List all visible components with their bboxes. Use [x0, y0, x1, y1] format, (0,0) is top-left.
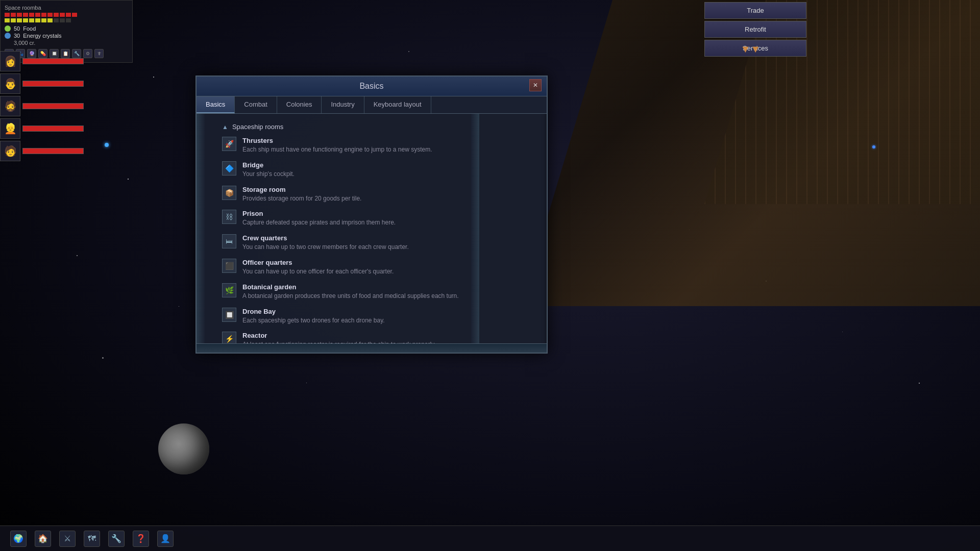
tab-basics[interactable]: Basics: [197, 96, 235, 113]
health-seg: [5, 13, 10, 17]
shield-seg: [35, 18, 40, 22]
portrait-5[interactable]: 🧑: [0, 141, 20, 161]
bottom-icon-combat[interactable]: ⚔: [59, 531, 76, 547]
list-item: ⛓ Prison Capture defeated space pirates …: [222, 210, 459, 227]
health-seg: [47, 13, 53, 17]
health-seg: [66, 13, 71, 17]
garden-text: Botanical garden A botanical garden prod…: [242, 283, 459, 300]
section-label: Spaceship rooms: [232, 123, 283, 131]
garden-name: Botanical garden: [242, 283, 459, 291]
tab-colonies[interactable]: Colonies: [277, 96, 322, 113]
shield-seg-empty: [54, 18, 59, 22]
left-frame: [197, 114, 205, 343]
health-bar-2: [22, 81, 84, 87]
thrusters-text: Thrusters Each ship must have one functi…: [242, 137, 459, 154]
tab-keyboard[interactable]: Keyboard layout: [364, 96, 431, 113]
shield-seg-empty: [60, 18, 65, 22]
reactor-icon: ⚡: [222, 332, 236, 343]
shield-seg: [5, 18, 10, 22]
planet-display: [158, 423, 209, 474]
portrait-3[interactable]: 🧔: [0, 96, 20, 116]
hud-icon-9[interactable]: 🗡: [94, 49, 104, 58]
bottom-icon-tools[interactable]: 🔧: [108, 531, 125, 547]
health-bar-4: [22, 126, 84, 132]
bottom-icon-crew[interactable]: 👤: [157, 531, 174, 547]
bottom-hud: 🌍 🏠 ⚔ 🗺 🔧 ❓ 👤: [0, 525, 980, 551]
list-item: 🔲 Drone Bay Each spaceship gets two dron…: [222, 308, 459, 325]
storage-text: Storage room Provides storage room for 2…: [242, 186, 459, 203]
rank-icon: ▼▼: [740, 43, 761, 55]
section-header: ▲ Spaceship rooms: [222, 123, 459, 131]
reactor-text: Reactor At least one functioning reactor…: [242, 332, 459, 343]
list-item: 📦 Storage room Provides storage room for…: [222, 186, 459, 203]
shield-seg: [11, 18, 16, 22]
reactor-desc: At least one functioning reactor is requ…: [242, 340, 459, 343]
prison-name: Prison: [242, 210, 459, 217]
crew-icon: 🛏: [222, 234, 236, 248]
thrusters-icon: 🚀: [222, 137, 236, 151]
officer-text: Officer quarters You can have up to one …: [242, 259, 459, 276]
drone-bay-icon: 🔲: [222, 308, 236, 322]
portrait-2[interactable]: 👨: [0, 73, 20, 94]
health-seg: [54, 13, 59, 17]
portrait-row-5: 🧑: [0, 141, 84, 161]
list-item: ⬛ Officer quarters You can have up to on…: [222, 259, 459, 276]
close-button[interactable]: ✕: [529, 79, 542, 91]
crew-desc: You can have up to two crew members for …: [242, 243, 459, 252]
bottom-icon-planet[interactable]: 🌍: [10, 531, 27, 547]
shield-seg: [29, 18, 34, 22]
thrusters-name: Thrusters: [242, 137, 459, 144]
tab-bar: Basics Combat Colonies Industry Keyboard…: [197, 96, 547, 114]
food-label: Food: [23, 26, 36, 32]
yellow-health-row: [5, 18, 128, 22]
energy-label: Energy crystals: [23, 33, 61, 39]
dialog-content-area: ▲ Spaceship rooms 🚀 Thrusters Each ship …: [205, 114, 471, 343]
prison-text: Prison Capture defeated space pirates an…: [242, 210, 459, 227]
bottom-icon-home[interactable]: 🏠: [35, 531, 51, 547]
prison-desc: Capture defeated space pirates and impri…: [242, 218, 459, 227]
crew-text: Crew quarters You can have up to two cre…: [242, 234, 459, 252]
dialog-title: Basics: [359, 82, 383, 90]
bridge-icon: 🔷: [222, 161, 236, 176]
bottom-icon-help[interactable]: ❓: [133, 531, 149, 547]
health-bar-1: [22, 58, 84, 64]
right-frame: [471, 114, 479, 343]
portrait-row-4: 👱: [0, 118, 84, 139]
shield-seg: [17, 18, 22, 22]
portrait-row-2: 👨: [0, 73, 84, 94]
health-bar-3: [22, 103, 84, 109]
tab-industry[interactable]: Industry: [322, 96, 364, 113]
tab-combat[interactable]: Combat: [235, 96, 277, 113]
garden-icon: 🌿: [222, 283, 236, 297]
bottom-icon-map[interactable]: 🗺: [84, 531, 100, 547]
shield-seg: [23, 18, 28, 22]
health-seg: [23, 13, 28, 17]
drone-bay-name: Drone Bay: [242, 308, 459, 315]
trade-button[interactable]: Trade: [704, 2, 806, 19]
storage-desc: Provides storage room for 20 goods per t…: [242, 194, 459, 203]
list-item: 🛏 Crew quarters You can have up to two c…: [222, 234, 459, 252]
energy-resource: 30 Energy crystals: [5, 33, 128, 39]
crew-name: Crew quarters: [242, 234, 459, 242]
red-health-row: [5, 13, 128, 17]
portrait-1[interactable]: 👩: [0, 51, 20, 71]
battle-indicator: [105, 143, 109, 147]
retrofit-button[interactable]: Retrofit: [704, 21, 806, 38]
food-resource: 50 Food: [5, 26, 128, 32]
portrait-row-3: 🧔: [0, 96, 84, 116]
storage-name: Storage room: [242, 186, 459, 193]
shield-seg-empty: [66, 18, 71, 22]
section-arrow-icon: ▲: [222, 123, 228, 131]
health-bars: [5, 13, 128, 22]
hud-icon-8[interactable]: ⚙: [83, 49, 92, 58]
thrusters-desc: Each ship must have one functioning engi…: [242, 145, 459, 154]
health-seg: [11, 13, 16, 17]
drone-bay-desc: Each spaceship gets two drones for each …: [242, 316, 459, 325]
portrait-row-1: 👩: [0, 51, 84, 71]
dialog-bottom-frame: [197, 343, 547, 353]
garden-desc: A botanical garden produces three units …: [242, 292, 459, 300]
health-bar-5: [22, 148, 84, 154]
basics-dialog: Basics ✕ Basics Combat Colonies Industry…: [195, 76, 548, 354]
portrait-4[interactable]: 👱: [0, 118, 20, 139]
list-item: 🔷 Bridge Your ship's cockpit.: [222, 161, 459, 179]
